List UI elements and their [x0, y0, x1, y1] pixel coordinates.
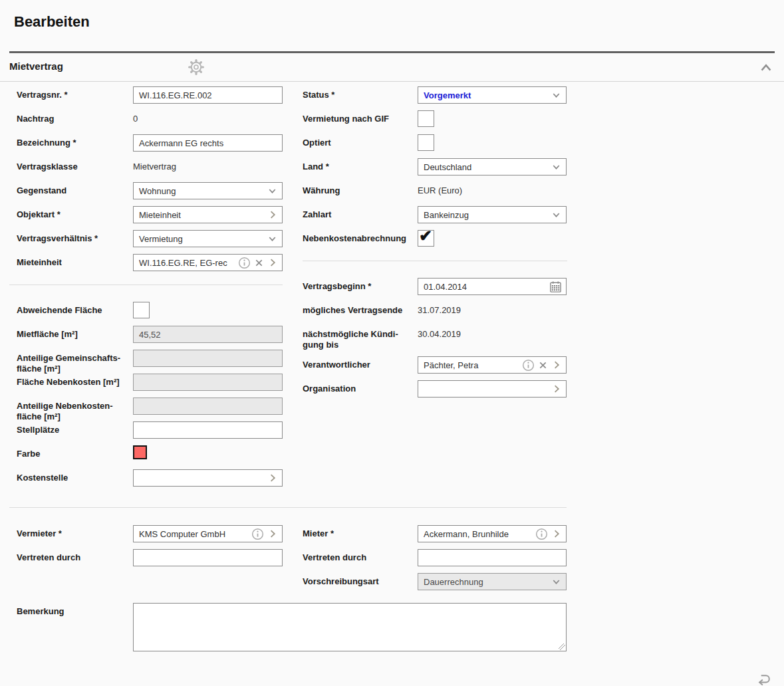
nebenkostenabrechnung-checkbox[interactable]: ✔ [418, 230, 434, 247]
verantwortlicher-label: Verantwortlicher [303, 356, 418, 370]
field-row-anteilige-nebenkostenflaeche: Anteilige Nebenkosten- fläche [m²] [9, 398, 283, 421]
abweichende-flaeche-checkbox[interactable] [133, 302, 150, 318]
land-label: Land * [303, 158, 418, 172]
gegenstand-select[interactable]: Wohnung [133, 182, 283, 199]
field-row-abweichende-flaeche: Abweichende Fläche [9, 302, 283, 326]
mieter-lookup[interactable]: Ackermann, Brunhilde [418, 525, 567, 542]
field-row-mieteinheit: Mieteinheit WI.116.EG.RE, EG-rec [9, 254, 283, 278]
clear-x-icon[interactable] [254, 258, 264, 268]
vertragsverhaeltnis-value: Vermietung [139, 234, 267, 244]
chevron-right-icon[interactable] [267, 209, 278, 220]
field-row-optiert: Optiert [303, 134, 567, 158]
group-divider-left [9, 285, 283, 285]
field-row-vertreten-durch-mieter: Vertreten durch [303, 549, 567, 573]
field-row-vorschreibungsart: Vorschreibungsart Dauerrechnung [303, 573, 567, 597]
kostenstelle-label: Kostenstelle [9, 469, 133, 483]
chevron-down-icon[interactable] [551, 90, 562, 101]
gear-icon[interactable] [188, 58, 205, 76]
calendar-icon[interactable] [549, 281, 562, 293]
bezeichnung-input[interactable] [133, 134, 283, 152]
stellplaetze-input[interactable] [133, 421, 283, 439]
kostenstelle-picker[interactable] [133, 469, 283, 487]
land-select[interactable]: Deutschland [418, 158, 567, 175]
vermietung-nach-gif-checkbox[interactable] [418, 110, 434, 127]
vertragsverhaeltnis-label: Vertragsverhältnis * [9, 230, 133, 244]
vertreten-durch-vermieter-input[interactable] [133, 549, 283, 566]
vorschreibungsart-label: Vorschreibungsart [303, 573, 418, 587]
vertreten-durch-mieter-label: Vertreten durch [303, 549, 418, 563]
info-icon[interactable] [251, 528, 264, 540]
status-select[interactable]: Vorgemerkt [418, 86, 567, 104]
zahlart-select[interactable]: Bankeinzug [418, 206, 567, 223]
vertragsbeginn-date-input[interactable]: 01.04.2014 [418, 278, 567, 295]
vermieter-value: KMS Computer GmbH [139, 529, 251, 539]
gegenstand-value: Wohnung [139, 186, 267, 196]
form-column-left: Vertragsnr. * Nachtrag 0 Bezeichnung * V… [9, 86, 283, 493]
vermietung-nach-gif-label: Vermietung nach GIF [303, 110, 418, 124]
moegliches-vertragsende-label: mögliches Vertragsende [303, 302, 418, 316]
field-row-zahlart: Zahlart Bankeinzug [303, 206, 567, 230]
field-row-gegenstand: Gegenstand Wohnung [9, 182, 283, 206]
optiert-checkbox[interactable] [418, 134, 434, 151]
info-icon[interactable] [238, 257, 251, 269]
info-icon[interactable] [535, 528, 548, 540]
farbe-label: Farbe [9, 445, 133, 459]
objektart-picker[interactable]: Mieteinheit [133, 206, 283, 223]
vertreten-durch-mieter-input[interactable] [418, 549, 567, 566]
chevron-right-icon[interactable] [267, 473, 278, 483]
field-row-vertragsbeginn: Vertragsbeginn * 01.04.2014 [303, 278, 567, 302]
naechstmoegliche-kuendigung-value: 30.04.2019 [418, 326, 567, 340]
vertragsverhaeltnis-select[interactable]: Vermietung [133, 230, 283, 247]
chevron-right-icon[interactable] [267, 257, 278, 268]
field-row-nachtrag: Nachtrag 0 [9, 110, 283, 134]
nebenkostenabrechnung-label: Nebenkostenabrechnung [303, 230, 418, 244]
undo-return-icon[interactable] [754, 671, 772, 686]
bemerkung-label: Bemerkung [9, 603, 133, 617]
farbe-color-swatch[interactable] [133, 445, 147, 459]
stellplaetze-label: Stellplätze [9, 421, 133, 435]
form-column-right-bottom: Mieter * Ackermann, Brunhilde Vertreten … [303, 525, 567, 597]
field-row-farbe: Farbe [9, 445, 283, 469]
clear-x-icon[interactable] [538, 360, 548, 370]
vermieter-lookup[interactable]: KMS Computer GmbH [133, 525, 283, 542]
field-row-naechstmoegliche-kuendigung: nächstmögliche Kündi- gung bis 30.04.201… [303, 326, 567, 356]
mieteinheit-lookup[interactable]: WI.116.EG.RE, EG-rec [133, 254, 283, 271]
vertragsbeginn-label: Vertragsbeginn * [303, 278, 418, 292]
field-row-land: Land * Deutschland [303, 158, 567, 182]
objektart-label: Objektart * [9, 206, 133, 220]
textarea-resize-handle[interactable] [559, 643, 565, 650]
field-row-bezeichnung: Bezeichnung * [9, 134, 283, 158]
chevron-down-icon[interactable] [551, 209, 562, 221]
field-row-objektart: Objektart * Mieteinheit [9, 206, 283, 230]
chevron-right-icon[interactable] [267, 528, 278, 539]
field-row-anteilige-gemeinschaftsflaeche: Anteilige Gemeinschafts- fläche [m²] [9, 350, 283, 374]
chevron-down-icon[interactable] [267, 185, 278, 197]
chevron-right-icon[interactable] [551, 384, 562, 394]
section-group-divider [9, 507, 567, 508]
chevron-right-icon[interactable] [551, 360, 562, 370]
status-label: Status * [303, 86, 418, 100]
page-title: Bearbeiten [0, 0, 784, 33]
organisation-picker[interactable] [418, 380, 567, 398]
field-row-mietflaeche: Mietfläche [m²] [9, 326, 283, 350]
collapse-section-icon[interactable] [759, 60, 773, 74]
field-row-vertragsnr: Vertragsnr. * [9, 86, 283, 110]
field-row-vermietung-nach-gif: Vermietung nach GIF [303, 110, 567, 134]
verantwortlicher-lookup[interactable]: Pächter, Petra [418, 356, 567, 374]
vertragsbeginn-value: 01.04.2014 [424, 282, 549, 292]
info-icon[interactable] [522, 359, 535, 372]
anteilige-nebenkostenflaeche-label: Anteilige Nebenkosten- fläche [m²] [9, 398, 133, 422]
bemerkung-textarea[interactable] [133, 603, 567, 651]
vertragsnr-input[interactable] [133, 86, 283, 104]
field-row-status: Status * Vorgemerkt [303, 86, 567, 110]
chevron-down-icon[interactable] [267, 233, 278, 245]
verantwortlicher-value: Pächter, Petra [424, 360, 522, 370]
zahlart-label: Zahlart [303, 206, 418, 220]
chevron-down-icon[interactable] [551, 162, 562, 173]
objektart-value: Mieteinheit [139, 210, 267, 220]
mieter-value: Ackermann, Brunhilde [424, 529, 535, 539]
group-divider-right [303, 261, 567, 261]
vorschreibungsart-select: Dauerrechnung [418, 573, 567, 590]
chevron-right-icon[interactable] [551, 528, 562, 539]
anteilige-gemeinschaftsflaeche-label: Anteilige Gemeinschafts- fläche [m²] [9, 350, 133, 374]
